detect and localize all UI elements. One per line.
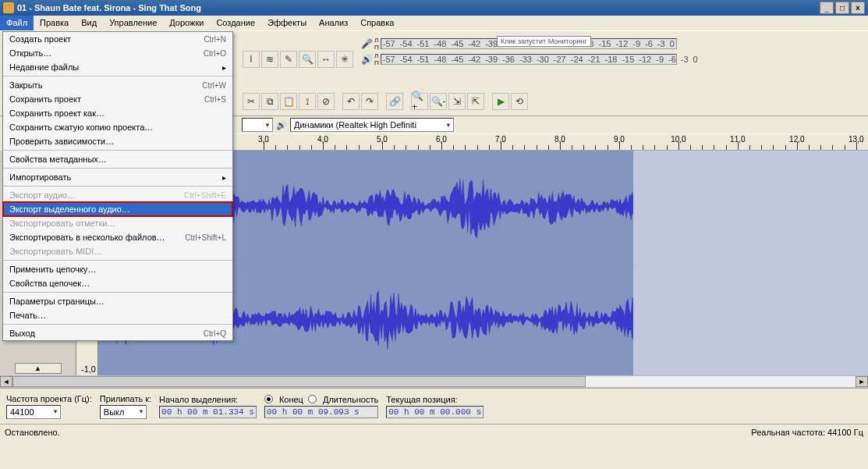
menu-создание[interactable]: Создание — [210, 16, 261, 30]
file-menu-item[interactable]: Экспортировать в несколько файлов…Ctrl+S… — [3, 230, 232, 244]
snap-combo[interactable]: Выкл — [100, 405, 147, 419]
file-menu-item: Экспорт аудио…Ctrl+Shift+E — [3, 188, 232, 202]
status-left: Остановлено. — [5, 428, 60, 437]
fit-selection-button[interactable]: ⇲ — [448, 93, 466, 110]
file-menu-item[interactable]: Применить цепочку… — [3, 262, 232, 276]
file-menu-item[interactable]: Открыть…Ctrl+O — [3, 46, 232, 60]
length-radio[interactable] — [308, 395, 317, 403]
meter-lr-label: ЛП — [374, 37, 379, 51]
play-button[interactable]: ▶ — [492, 93, 509, 110]
menu-вид[interactable]: Вид — [75, 16, 103, 30]
sync-group: 🔗 — [384, 91, 406, 112]
record-meter[interactable]: -57-54-51-48-45-42-39 Клик запустит Мони… — [381, 38, 677, 49]
window-title: 01 - Shaun Bate feat. Sirona - Sing That… — [17, 3, 818, 12]
host-combo[interactable] — [242, 118, 273, 132]
file-menu-item[interactable]: ЗакрытьCtrl+W — [3, 78, 232, 92]
file-menu-item[interactable]: Недавние файлы — [3, 60, 232, 74]
draw-tool[interactable]: ✎ — [280, 51, 297, 68]
envelope-tool[interactable]: ≋ — [261, 51, 278, 68]
collapse-button[interactable]: ▲ — [15, 363, 62, 374]
file-menu-item[interactable]: Параметры страницы… — [3, 294, 232, 308]
trim-button[interactable]: ⟟ — [299, 93, 316, 110]
horizontal-scrollbar[interactable]: ◄ ► — [0, 375, 868, 388]
file-menu-item[interactable]: Свойства цепочек… — [3, 276, 232, 290]
menu-управление[interactable]: Управление — [103, 16, 163, 30]
copy-button[interactable]: ⧉ — [261, 93, 278, 110]
scroll-right-button[interactable]: ► — [856, 376, 868, 387]
speaker-icon-2: 🔊 — [276, 120, 287, 130]
zoom-group: 🔍+ 🔍- ⇲ ⇱ — [409, 91, 487, 112]
title-bar: 01 - Shaun Bate feat. Sirona - Sing That… — [0, 0, 868, 16]
redo-button[interactable]: ↷ — [361, 93, 378, 110]
status-right: Реальная частота: 44100 Гц — [751, 428, 863, 437]
silence-button[interactable]: ⊘ — [317, 93, 335, 110]
fit-project-button[interactable]: ⇱ — [467, 93, 484, 110]
file-menu-item[interactable]: Экспорт выделенного аудио… — [3, 202, 232, 216]
app-icon — [3, 2, 14, 13]
file-menu-item[interactable]: Печать… — [3, 308, 232, 322]
cut-button[interactable]: ✂ — [243, 93, 260, 110]
end-label: Конец — [279, 395, 303, 404]
file-menu-item[interactable]: Проверить зависимости… — [3, 134, 232, 148]
zoom-in-button[interactable]: 🔍+ — [411, 93, 428, 110]
paste-button[interactable]: 📋 — [280, 93, 297, 110]
mic-icon: 🎤 — [361, 38, 373, 49]
status-bar: Остановлено. Реальная частота: 44100 Гц — [0, 424, 868, 439]
menu-bar: ФайлПравкаВидУправлениеДорожкиСозданиеЭф… — [0, 16, 868, 31]
edit-group: ✂ ⧉ 📋 ⟟ ⊘ — [240, 91, 337, 112]
menu-справка[interactable]: Справка — [354, 16, 400, 30]
monitor-hint[interactable]: Клик запустит Мониторинг — [497, 36, 591, 47]
play-meter[interactable]: -57-54-51-48-45-42-39-36-33-30-27-24-21-… — [381, 54, 677, 65]
menu-анализ[interactable]: Анализ — [313, 16, 354, 30]
timeline-ruler[interactable]: 3,04,05,06,07,08,09,010,011,012,013,0 — [234, 133, 868, 151]
sync-lock-button[interactable]: 🔗 — [386, 93, 403, 110]
meters-group: 🎤 ЛП -57-54-51-48-45-42-39 Клик запустит… — [359, 34, 679, 84]
scroll-thumb[interactable] — [12, 376, 586, 387]
length-label: Длительность — [323, 395, 378, 404]
file-menu-item[interactable]: ВыходCtrl+Q — [3, 326, 232, 340]
end-radio[interactable] — [264, 395, 273, 403]
file-menu-item: Экспортировать MIDI… — [3, 244, 232, 258]
audio-position-field[interactable]: 00 h 00 m 00.000 s — [386, 406, 484, 418]
undo-button[interactable]: ↶ — [342, 93, 360, 110]
project-rate-combo[interactable]: 44100 — [6, 405, 61, 419]
menu-правка[interactable]: Правка — [34, 16, 75, 30]
zoom-out-button[interactable]: 🔍- — [430, 93, 447, 110]
file-menu-item[interactable]: Сохранить сжатую копию проекта… — [3, 120, 232, 134]
transport-group: ▶ ⟲ — [490, 91, 530, 112]
minimize-button[interactable]: _ — [820, 2, 834, 14]
snap-label: Прилипать к: — [100, 394, 151, 403]
meter-lr-label-2: ЛП — [374, 52, 379, 66]
menu-дорожки[interactable]: Дорожки — [163, 16, 210, 30]
scroll-left-button[interactable]: ◄ — [0, 376, 12, 387]
file-menu-item[interactable]: Сохранить проектCtrl+S — [3, 92, 232, 106]
file-menu-item[interactable]: Импортировать — [3, 170, 232, 184]
menu-файл[interactable]: Файл — [0, 16, 34, 30]
file-menu-dropdown: Создать проектCtrl+NОткрыть…Ctrl+OНедавн… — [2, 31, 233, 341]
file-menu-item: Экспортировать отметки… — [3, 216, 232, 230]
close-button[interactable]: × — [851, 2, 865, 14]
tools-group: I ≋ ✎ 🔍 ↔ ✳ — [240, 34, 356, 84]
speaker-icon: 🔊 — [361, 54, 373, 65]
maximize-button[interactable]: □ — [835, 2, 849, 14]
loop-button[interactable]: ⟲ — [511, 93, 528, 110]
file-menu-item[interactable]: Создать проектCtrl+N — [3, 32, 232, 46]
selection-start-label: Начало выделения: — [159, 395, 257, 404]
selection-tool[interactable]: I — [243, 51, 260, 68]
multi-tool[interactable]: ✳ — [336, 51, 353, 68]
project-rate-label: Частота проекта (Гц): — [6, 394, 92, 403]
file-menu-item[interactable]: Сохранить проект как… — [3, 106, 232, 120]
selection-toolbar: Частота проекта (Гц): 44100 Прилипать к:… — [0, 388, 868, 424]
output-device-combo[interactable]: Динамики (Realtek High Definiti — [290, 118, 454, 132]
undo-group: ↶ ↷ — [340, 91, 381, 112]
post-selection-region — [633, 151, 868, 375]
selection-start-field[interactable]: 00 h 00 m 01.334 s — [159, 406, 257, 418]
file-menu-item[interactable]: Свойства метаданных… — [3, 152, 232, 166]
audio-position-label: Текущая позиция: — [386, 395, 484, 404]
timeshift-tool[interactable]: ↔ — [317, 51, 335, 68]
menu-эффекты[interactable]: Эффекты — [261, 16, 313, 30]
selection-end-field[interactable]: 00 h 00 m 09.093 s — [264, 406, 378, 418]
zoom-tool[interactable]: 🔍 — [299, 51, 316, 68]
